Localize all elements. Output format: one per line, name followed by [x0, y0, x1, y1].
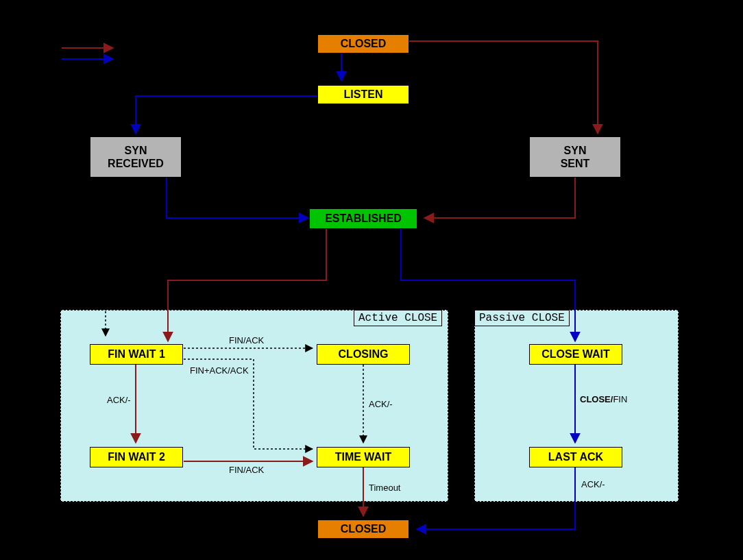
active-close-label: Active CLOSE	[354, 310, 442, 326]
state-last-ack: LAST ACK	[529, 447, 622, 467]
state-time-wait: TIME WAIT	[317, 447, 410, 467]
label-timewait-closed: Timeout	[369, 483, 400, 493]
label-closewait-lastack-plain: FIN	[613, 394, 627, 404]
label-fw1-closing: FIN/ACK	[229, 335, 264, 345]
state-listen: LISTEN	[317, 85, 409, 104]
passive-close-region	[474, 310, 679, 502]
label-fw1-fw2: ACK/-	[107, 395, 131, 405]
state-closed-bottom: CLOSED	[317, 520, 409, 539]
state-fin-wait-1: FIN WAIT 1	[90, 344, 183, 365]
label-fw2-timewait: FIN/ACK	[229, 465, 264, 475]
state-closing: CLOSING	[317, 344, 410, 365]
label-fw1-timewait: FIN+ACK/ACK	[190, 365, 249, 376]
state-close-wait: CLOSE WAIT	[529, 344, 622, 365]
state-closed-top: CLOSED	[317, 34, 409, 53]
label-closewait-lastack: CLOSE/FIN	[580, 394, 627, 404]
state-syn-sent: SYN SENT	[529, 136, 621, 178]
passive-close-label: Passive CLOSE	[474, 310, 570, 326]
state-syn-received: SYN RECEIVED	[90, 136, 182, 178]
label-closewait-lastack-bold: CLOSE/	[580, 394, 613, 404]
state-established: ESTABLISHED	[309, 208, 417, 229]
label-lastack-closed: ACK/-	[581, 479, 605, 489]
label-closing-timewait: ACK/-	[369, 399, 393, 409]
state-fin-wait-2: FIN WAIT 2	[90, 447, 183, 467]
